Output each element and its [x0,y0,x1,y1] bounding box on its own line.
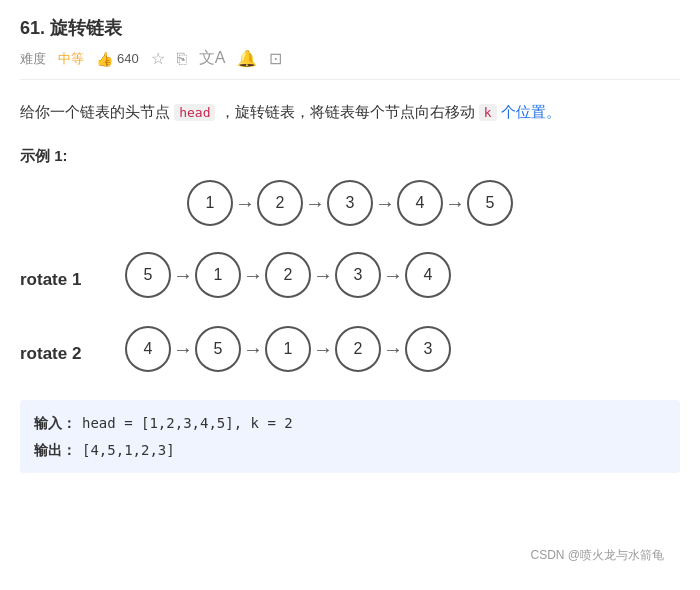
node-1-2: 2 [257,180,303,226]
difficulty-value: 中等 [58,50,84,68]
arrow-2-1 [173,264,193,287]
node-1-4: 4 [397,180,443,226]
list-row-1: 1 2 3 4 5 [187,180,513,226]
list-row-1-area: 1 2 3 4 5 [20,180,680,236]
node-2-5: 4 [405,252,451,298]
arrow-3-4 [383,338,403,361]
arrow-2-3 [313,264,333,287]
node-3-4: 2 [335,326,381,372]
translate-icon[interactable]: 文A [199,48,226,69]
node-3-5: 3 [405,326,451,372]
desc-code-head: head [174,104,215,121]
io-block: 输入： head = [1,2,3,4,5], k = 2 输出： [4,5,1… [20,400,680,473]
arrow-1-4 [445,192,465,215]
node-3-2: 5 [195,326,241,372]
node-2-3: 2 [265,252,311,298]
rotate-2-row: rotate 2 4 5 1 2 3 [20,326,680,382]
arrow-3-1 [173,338,193,361]
input-label: 输入： [34,410,76,437]
like-count: 640 [117,51,139,66]
difficulty-label: 难度 [20,50,46,68]
example-block: 示例 1: 1 2 3 4 5 rotate 1 5 1 [20,147,680,473]
desc-text-1: 给你一个链表的头节点 [20,103,174,120]
example-title: 示例 1: [20,147,680,166]
list-row-2: 5 1 2 3 4 [125,252,451,298]
node-3-3: 1 [265,326,311,372]
rotate-2-label: rotate 2 [20,344,105,364]
output-value: [4,5,1,2,3] [82,437,175,464]
desc-text-3: 个位置。 [497,103,561,120]
arrow-1-3 [375,192,395,215]
meta-row: 难度 中等 👍 640 ☆ ⎘ 文A 🔔 ⊡ [20,48,680,80]
input-value: head = [1,2,3,4,5], k = 2 [82,410,293,437]
desc-code-k: k [479,104,497,121]
output-line: 输出： [4,5,1,2,3] [34,437,666,464]
star-icon[interactable]: ☆ [151,49,165,68]
list-row-3: 4 5 1 2 3 [125,326,451,372]
rotate-1-row: rotate 1 5 1 2 3 4 [20,252,680,308]
bell-icon[interactable]: 🔔 [237,49,257,68]
input-line: 输入： head = [1,2,3,4,5], k = 2 [34,410,666,437]
arrow-3-3 [313,338,333,361]
node-1-1: 1 [187,180,233,226]
watermark: CSDN @喷火龙与水箭龟 [530,547,664,564]
arrow-1-1 [235,192,255,215]
share-icon[interactable]: ⎘ [177,50,187,68]
node-2-4: 3 [335,252,381,298]
node-1-5: 5 [467,180,513,226]
rotate-1-label: rotate 1 [20,270,105,290]
description: 给你一个链表的头节点 head ，旋转链表，将链表每个节点向右移动 k 个位置。 [20,98,680,125]
desc-text-2: ，旋转链表，将链表每个节点向右移动 [215,103,478,120]
arrow-3-2 [243,338,263,361]
bookmark-icon[interactable]: ⊡ [269,49,282,68]
arrow-2-2 [243,264,263,287]
node-3-1: 4 [125,326,171,372]
node-2-2: 1 [195,252,241,298]
arrow-1-2 [305,192,325,215]
thumbs-up-icon: 👍 [96,51,113,67]
node-1-3: 3 [327,180,373,226]
like-button[interactable]: 👍 640 [96,51,139,67]
output-label: 输出： [34,437,76,464]
node-2-1: 5 [125,252,171,298]
arrow-2-4 [383,264,403,287]
page-title: 61. 旋转链表 [20,16,680,40]
